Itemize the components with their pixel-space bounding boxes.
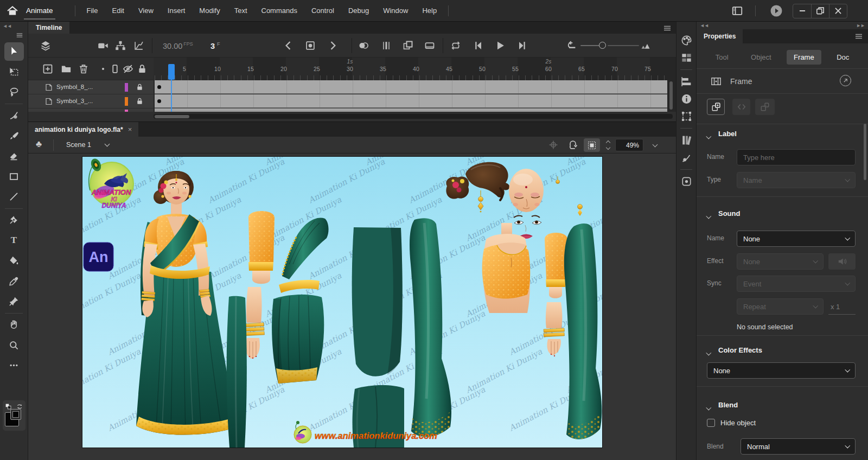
reset-timeline-zoom-button[interactable] <box>566 40 577 51</box>
timeline-frames-area[interactable]: 1s2s 51015202530354045505560657075 <box>154 58 676 112</box>
subselection-tool[interactable] <box>4 62 24 81</box>
layer-color-swatch[interactable] <box>125 83 128 92</box>
label-section-collapse-icon[interactable] <box>707 132 711 139</box>
part-upper-arm-left[interactable] <box>248 211 275 284</box>
layer-color-swatch[interactable] <box>125 97 128 106</box>
motion-editor-icon[interactable] <box>133 40 144 51</box>
menu-modify[interactable]: Modify <box>192 7 227 15</box>
part-face[interactable] <box>509 169 544 212</box>
properties-scrollbar[interactable] <box>864 124 866 180</box>
properties-tab[interactable]: Properties <box>697 29 743 43</box>
eraser-tool[interactable] <box>4 147 24 165</box>
menu-help[interactable]: Help <box>415 7 444 15</box>
onion-skin-button[interactable] <box>358 40 369 51</box>
classic-brush-tool[interactable] <box>4 126 24 145</box>
blend-section-collapse-icon[interactable] <box>707 403 711 411</box>
current-frame-display[interactable]: 3 F <box>210 41 220 50</box>
timeline-tab[interactable]: Timeline <box>28 22 69 34</box>
create-motion-tween-button[interactable] <box>707 99 725 115</box>
paint-bucket-tool[interactable] <box>4 252 24 270</box>
playhead-marker[interactable] <box>168 64 175 80</box>
insert-keyframe-button[interactable] <box>305 40 316 51</box>
clip-content-outside-stage-button[interactable] <box>584 138 600 152</box>
eyedropper-tool[interactable] <box>4 272 24 290</box>
camera-icon[interactable] <box>98 40 108 51</box>
menu-edit[interactable]: Edit <box>105 7 131 15</box>
stage-canvas[interactable]: Animation Ki DuniyaAnimation Ki DuniyaAn… <box>82 157 602 448</box>
tools-collapse-icon[interactable]: ◄◄ <box>0 22 28 30</box>
rotate-view-icon[interactable] <box>567 139 578 150</box>
tools-menu-icon[interactable] <box>16 31 23 39</box>
onion-skin-outlines-button[interactable] <box>381 40 392 51</box>
step-back-button[interactable] <box>473 40 484 51</box>
create-shape-tween-button[interactable] <box>732 99 750 115</box>
quick-share-play-button[interactable] <box>770 4 783 17</box>
menu-text[interactable]: Text <box>227 7 254 15</box>
scene-dropdown-icon[interactable] <box>105 142 110 147</box>
sound-name-dropdown[interactable]: None <box>737 231 856 247</box>
part-drape-middle[interactable] <box>410 218 451 437</box>
part-earrings-small[interactable] <box>556 176 583 216</box>
layer-name[interactable]: Symbol_3_... <box>56 98 119 104</box>
scene-breadcrumb[interactable]: Scene 1 <box>66 141 91 149</box>
sound-loop-count[interactable]: x 1 <box>828 298 856 315</box>
sound-effect-dropdown[interactable]: None <box>737 253 824 270</box>
menu-file[interactable]: File <box>80 7 105 15</box>
label-section-title[interactable]: Label <box>718 130 737 138</box>
loop-playback-button[interactable] <box>450 40 461 51</box>
part-pleats-piece[interactable] <box>272 295 324 384</box>
snap-to-grid-icon[interactable] <box>548 139 559 150</box>
app-title[interactable]: Animate <box>24 7 55 15</box>
layer-name[interactable]: Symbol_8_... <box>56 84 119 90</box>
hand-tool[interactable] <box>4 316 24 334</box>
part-upper-arm-right[interactable] <box>545 233 567 298</box>
blend-mode-dropdown[interactable]: Normal <box>741 438 856 455</box>
timeline-vertical-scrollbar[interactable] <box>669 81 673 110</box>
pen-tool[interactable] <box>4 211 24 229</box>
label-name-input[interactable] <box>737 149 856 165</box>
timeline-zoom-slider-track[interactable] <box>608 45 639 46</box>
text-tool[interactable]: T <box>4 231 24 250</box>
restore-button[interactable] <box>811 4 829 18</box>
more-tools-button[interactable] <box>4 356 24 375</box>
libraries-panel-icon[interactable] <box>681 135 692 146</box>
part-drape-right[interactable] <box>564 223 602 439</box>
color-effects-collapse-icon[interactable] <box>707 348 711 356</box>
step-forward-button[interactable] <box>516 40 527 51</box>
frame-row-layer-1[interactable] <box>155 80 667 94</box>
lock-layers-column-icon[interactable] <box>137 63 148 74</box>
document-close-icon[interactable]: × <box>128 125 132 133</box>
asset-warp-tool[interactable] <box>4 292 24 311</box>
layer-parenting-icon[interactable] <box>115 40 126 51</box>
info-panel-icon[interactable] <box>681 93 692 105</box>
create-classic-tween-button[interactable] <box>755 99 775 115</box>
zoom-tool[interactable] <box>4 336 24 354</box>
part-hair-main[interactable] <box>465 162 509 200</box>
label-type-dropdown[interactable]: Name <box>737 172 856 188</box>
timeline-ruler[interactable]: 1s2s 51015202530354045505560657075 <box>154 58 667 80</box>
part-hair-bun[interactable] <box>446 176 469 199</box>
menu-insert[interactable]: Insert <box>161 7 193 15</box>
properties-panel-menu-icon[interactable] <box>854 32 863 41</box>
hide-layers-column-icon[interactable] <box>123 63 133 74</box>
panel-expand-icon[interactable]: ►► <box>856 23 865 28</box>
sound-sync-dropdown[interactable]: Event <box>737 276 856 292</box>
align-panel-icon[interactable] <box>681 76 692 87</box>
blend-section-title[interactable]: Blend <box>718 401 738 409</box>
timeline-zoom-fit-icon[interactable] <box>640 40 651 51</box>
color-effects-dropdown[interactable]: None <box>707 362 856 379</box>
layer-stack-icon[interactable] <box>40 40 51 51</box>
tab-frame[interactable]: Frame <box>787 50 821 65</box>
color-panel-icon[interactable] <box>681 35 692 46</box>
timeline-zoom-slider-handle[interactable] <box>599 42 606 49</box>
sound-repeat-dropdown[interactable]: Repeat <box>737 298 824 315</box>
layer-lock-icon[interactable] <box>136 83 144 91</box>
tab-tool[interactable]: Tool <box>709 50 736 65</box>
swatches-panel-icon[interactable] <box>681 52 692 63</box>
document-tab[interactable]: animation ki duniya logo.fla* × <box>28 122 138 137</box>
close-button[interactable] <box>829 4 847 18</box>
timeline-panel-menu-icon[interactable] <box>663 24 672 33</box>
frame-span-button[interactable] <box>424 40 435 51</box>
new-layer-button[interactable] <box>42 63 53 74</box>
zoom-stepper[interactable] <box>604 139 612 151</box>
